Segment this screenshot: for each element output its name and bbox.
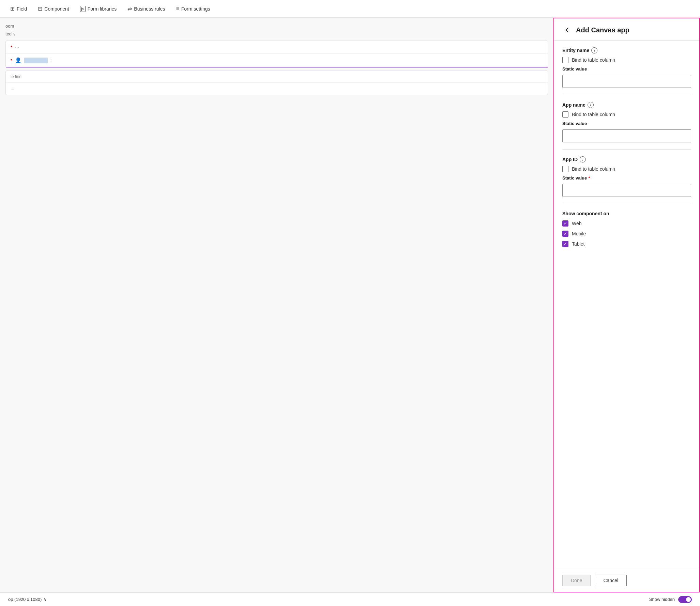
nav-component[interactable]: ⊟ Component: [33, 3, 74, 15]
show-hidden-label: Show hidden: [649, 597, 675, 602]
single-line-label: le-line: [11, 74, 21, 79]
back-button[interactable]: [562, 25, 572, 35]
status-chevron[interactable]: ∨: [13, 32, 16, 36]
app-id-required-star: *: [588, 175, 590, 181]
app-id-input[interactable]: [562, 184, 691, 197]
app-name-static-label: Static value: [562, 121, 691, 126]
main-area: oom ted ∨ * ··· * 👤 : le-line ···: [0, 18, 700, 592]
bottom-right: Show hidden: [649, 596, 692, 603]
show-mobile-row[interactable]: Mobile: [562, 231, 691, 237]
mobile-label: Mobile: [572, 231, 586, 236]
entity-name-static-label: Static value: [562, 66, 691, 72]
blurred-value: [24, 58, 48, 63]
component-icon: ⊟: [38, 5, 42, 12]
app-id-static-text: Static value: [562, 175, 587, 181]
form-section-2: le-line ···: [5, 71, 548, 95]
nav-form-libraries[interactable]: js Form libraries: [75, 3, 122, 15]
form-row-2[interactable]: * 👤 :: [6, 54, 548, 67]
required-marker-2: *: [11, 58, 12, 63]
panel-footer: Done Cancel: [554, 569, 699, 592]
right-panel: Add Canvas app Entity name i Bind to tab…: [553, 18, 700, 592]
nav-field[interactable]: ⊞ Field: [5, 3, 32, 15]
show-tablet-row[interactable]: Tablet: [562, 241, 691, 247]
divider-1: [562, 95, 691, 95]
show-component-label: Show component on: [562, 211, 691, 216]
entity-name-text: Entity name: [562, 48, 589, 53]
entity-name-input[interactable]: [562, 75, 691, 88]
app-name-static-text: Static value: [562, 121, 587, 126]
nav-form-settings-label: Form settings: [181, 6, 210, 12]
required-marker-1: *: [11, 45, 12, 50]
tablet-label: Tablet: [572, 241, 584, 247]
app-name-bind-checkbox[interactable]: [562, 111, 568, 118]
entity-name-bind-checkbox-row[interactable]: Bind to table column: [562, 57, 691, 63]
status-label: ted: [5, 31, 12, 36]
field-icon: ⊞: [10, 5, 15, 12]
app-name-label: App name i: [562, 102, 691, 108]
entity-name-label: Entity name i: [562, 47, 691, 53]
form-section: * ··· * 👤 :: [5, 41, 548, 68]
form-row-3: le-line: [6, 71, 548, 83]
colon-sep: :: [50, 58, 51, 63]
resolution-text: op (1920 x 1080): [8, 597, 42, 602]
nav-business-rules[interactable]: ⇌ Business rules: [123, 3, 170, 15]
app-id-bind-label: Bind to table column: [572, 166, 615, 172]
app-name-input[interactable]: [562, 129, 691, 142]
app-id-info-icon[interactable]: i: [580, 156, 586, 162]
tablet-checkbox[interactable]: [562, 241, 568, 247]
app-id-bind-checkbox-row[interactable]: Bind to table column: [562, 166, 691, 172]
divider-2: [562, 149, 691, 150]
nav-component-label: Component: [44, 6, 69, 12]
entity-name-bind-checkbox[interactable]: [562, 57, 568, 63]
form-settings-icon: ≡: [176, 6, 179, 12]
app-name-static-label-container: Static value: [562, 121, 691, 126]
entity-name-static-label-container: Static value: [562, 66, 691, 72]
bottom-left: op (1920 x 1080) ∨: [8, 597, 47, 602]
app-id-static-label-container: Static value *: [562, 175, 691, 181]
app-id-label: App ID i: [562, 156, 691, 162]
app-name-bind-label: Bind to table column: [572, 112, 615, 117]
divider-3: [562, 204, 691, 204]
bottom-bar: op (1920 x 1080) ∨ Show hidden: [0, 592, 700, 606]
person-icon: 👤: [15, 57, 21, 63]
show-web-row[interactable]: Web: [562, 220, 691, 227]
row-dots-1: ···: [15, 44, 19, 50]
form-area: oom ted ∨ * ··· * 👤 : le-line ···: [0, 18, 553, 592]
app-name-bind-checkbox-row[interactable]: Bind to table column: [562, 111, 691, 118]
top-navigation: ⊞ Field ⊟ Component js Form libraries ⇌ …: [0, 0, 700, 18]
app-id-bind-checkbox[interactable]: [562, 166, 568, 172]
entity-name-info-icon[interactable]: i: [591, 47, 597, 53]
form-section-label: oom: [5, 24, 14, 29]
form-empty-row: ···: [6, 83, 548, 95]
app-id-text: App ID: [562, 157, 578, 162]
app-name-text: App name: [562, 102, 585, 108]
form-libraries-icon: js: [80, 6, 86, 12]
show-hidden-toggle[interactable]: [678, 596, 692, 603]
nav-form-settings[interactable]: ≡ Form settings: [171, 3, 215, 15]
app-id-static-label: Static value *: [562, 175, 691, 181]
app-id-section: App ID i Bind to table column Static val…: [562, 156, 691, 197]
panel-body: Entity name i Bind to table column Stati…: [554, 41, 699, 569]
done-button[interactable]: Done: [562, 575, 591, 586]
nav-field-label: Field: [17, 6, 27, 12]
app-name-info-icon[interactable]: i: [588, 102, 594, 108]
show-component-section: Show component on Web Mobile Tablet: [562, 211, 691, 247]
entity-name-section: Entity name i Bind to table column Stati…: [562, 47, 691, 88]
business-rules-icon: ⇌: [127, 5, 132, 12]
entity-name-bind-label: Bind to table column: [572, 57, 615, 63]
form-row-1: * ···: [6, 41, 548, 54]
mobile-checkbox[interactable]: [562, 231, 568, 237]
entity-name-static-text: Static value: [562, 66, 587, 72]
panel-title: Add Canvas app: [576, 26, 629, 34]
web-label: Web: [572, 221, 582, 226]
app-name-section: App name i Bind to table column Static v…: [562, 102, 691, 142]
resolution-chevron[interactable]: ∨: [44, 597, 47, 602]
panel-header: Add Canvas app: [554, 18, 699, 41]
cancel-button[interactable]: Cancel: [595, 575, 627, 586]
nav-business-rules-label: Business rules: [134, 6, 165, 12]
nav-form-libraries-label: Form libraries: [88, 6, 117, 12]
web-checkbox[interactable]: [562, 220, 568, 227]
